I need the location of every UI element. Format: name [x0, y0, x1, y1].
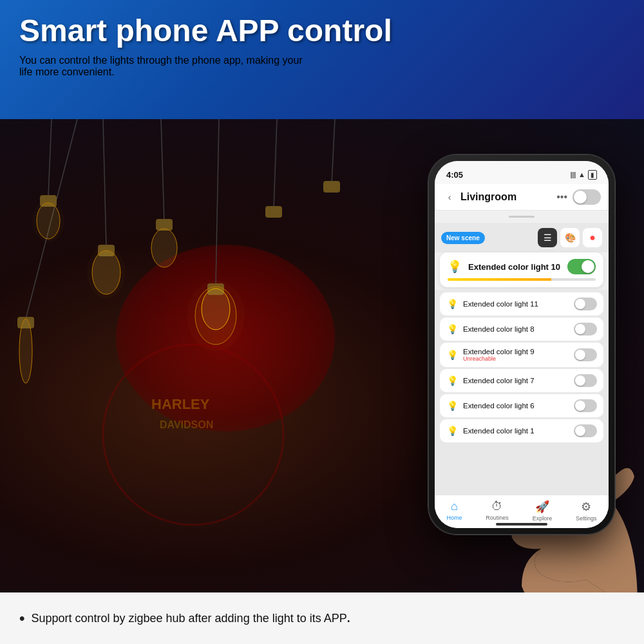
- subtitle-line2: life more convenient.: [19, 66, 115, 77]
- toggle-knob: [574, 191, 587, 204]
- light-unreachable-9: Unreachable: [463, 355, 569, 362]
- nav-home[interactable]: ⌂ Home: [446, 500, 462, 521]
- toggle-knob-8: [575, 324, 585, 334]
- color-button[interactable]: ●: [583, 228, 602, 247]
- footer-bullet: •: [19, 609, 24, 627]
- battery-icon: ▮: [588, 170, 597, 180]
- toggle-light-6[interactable]: [574, 399, 597, 412]
- harley-sign-bg: [116, 245, 335, 431]
- toggle-knob-11: [575, 299, 585, 309]
- header-subtitle: You can control the lights through the p…: [19, 55, 625, 78]
- light-name-6: Extended color light 6: [463, 402, 569, 410]
- page-title: Smart phone APP control: [19, 14, 625, 48]
- light-icon-1: 💡: [446, 426, 458, 436]
- light-name-7: Extended color light 7: [463, 377, 569, 384]
- room-toggle[interactable]: [573, 189, 601, 205]
- app-header: ‹ Livingroom •••: [435, 184, 609, 211]
- page-header: Smart phone APP control You can control …: [0, 0, 644, 119]
- status-time: 4:05: [446, 170, 463, 180]
- footer: • Support control by zigbee hub after ad…: [0, 592, 644, 644]
- nav-settings[interactable]: ⚙ Settings: [576, 500, 597, 522]
- nav-routines[interactable]: ⏱ Routines: [486, 500, 509, 521]
- routines-nav-icon: ⏱: [491, 500, 503, 513]
- list-icon: ☰: [544, 232, 552, 243]
- footer-text-bold: .: [347, 612, 350, 625]
- scene-row: New scene ☰ 🎨 ●: [435, 223, 609, 252]
- featured-light-card[interactable]: 💡 Extended color light 10: [440, 252, 603, 287]
- light-icon-6: 💡: [446, 401, 458, 411]
- toggle-knob-1: [575, 426, 585, 436]
- wifi-icon: ▲: [578, 171, 585, 178]
- toggle-light-8[interactable]: [574, 323, 597, 336]
- list-item[interactable]: 💡 Extended color light 7: [440, 369, 603, 392]
- settings-nav-label: Settings: [576, 515, 597, 522]
- new-scene-button[interactable]: New scene: [441, 232, 485, 244]
- featured-light-toggle[interactable]: [567, 259, 596, 274]
- status-icons: ||| ▲ ▮: [571, 170, 597, 180]
- featured-light-name: Extended color light 10: [468, 262, 567, 272]
- list-view-button[interactable]: ☰: [538, 228, 557, 247]
- list-item[interactable]: 💡 Extended color light 6: [440, 394, 603, 417]
- home-nav-label: Home: [446, 515, 462, 521]
- light-icon-7: 💡: [446, 375, 458, 386]
- scroll-indicator: [509, 216, 535, 218]
- light-name-8: Extended color light 8: [463, 325, 569, 333]
- color-icon: ●: [589, 232, 596, 243]
- light-name-9: Extended color light 9: [463, 348, 569, 355]
- routines-nav-label: Routines: [486, 515, 509, 521]
- light-name-1: Extended color light 1: [463, 427, 569, 435]
- light-icon-9: 💡: [446, 350, 458, 360]
- status-bar: 4:05 ||| ▲ ▮: [435, 161, 609, 184]
- signal-icon: |||: [571, 171, 576, 178]
- brightness-bar: [448, 278, 596, 281]
- toggle-light-1[interactable]: [574, 424, 597, 437]
- nav-explore[interactable]: 🚀 Explore: [533, 500, 553, 522]
- list-item[interactable]: 💡 Extended color light 9 Unreachable: [440, 343, 603, 367]
- toggle-light-9[interactable]: [574, 348, 597, 361]
- palette-button[interactable]: 🎨: [560, 228, 580, 247]
- light-list: 💡 Extended color light 11 💡 Extended col…: [435, 290, 609, 495]
- explore-nav-label: Explore: [533, 515, 553, 522]
- list-item[interactable]: 💡 Extended color light 11: [440, 292, 603, 316]
- toggle-light-7[interactable]: [574, 374, 597, 387]
- subtitle-line1: You can control the lights through the p…: [19, 55, 303, 66]
- back-icon: ‹: [448, 192, 451, 202]
- light-icon-8: 💡: [446, 324, 458, 334]
- light-icon-11: 💡: [446, 299, 458, 309]
- toggle-knob-7: [575, 375, 585, 386]
- phone-mockup: 4:05 ||| ▲ ▮ ‹ Livingroom •••: [419, 155, 625, 580]
- featured-light-icon: 💡: [448, 260, 462, 274]
- settings-nav-icon: ⚙: [581, 500, 591, 514]
- footer-text-normal: Support control by zigbee hub after addi…: [31, 612, 346, 625]
- home-indicator: [496, 523, 547, 526]
- back-button[interactable]: ‹: [442, 190, 457, 204]
- footer-text: Support control by zigbee hub after addi…: [31, 612, 350, 625]
- light-name-11: Extended color light 11: [463, 300, 569, 308]
- explore-nav-icon: 🚀: [535, 500, 549, 514]
- toggle-knob-6: [575, 401, 585, 411]
- toggle-knob-9: [575, 350, 585, 360]
- palette-icon: 🎨: [565, 232, 576, 243]
- menu-dots-button[interactable]: •••: [556, 191, 567, 203]
- home-nav-icon: ⌂: [451, 500, 458, 513]
- phone-screen: 4:05 ||| ▲ ▮ ‹ Livingroom •••: [435, 161, 609, 528]
- list-item[interactable]: 💡 Extended color light 8: [440, 317, 603, 341]
- toggle-light-11[interactable]: [574, 298, 597, 310]
- app-title: Livingroom: [460, 191, 556, 203]
- featured-toggle-knob: [582, 260, 594, 273]
- list-item[interactable]: 💡 Extended color light 1: [440, 419, 603, 442]
- phone-body: 4:05 ||| ▲ ▮ ‹ Livingroom •••: [428, 155, 615, 535]
